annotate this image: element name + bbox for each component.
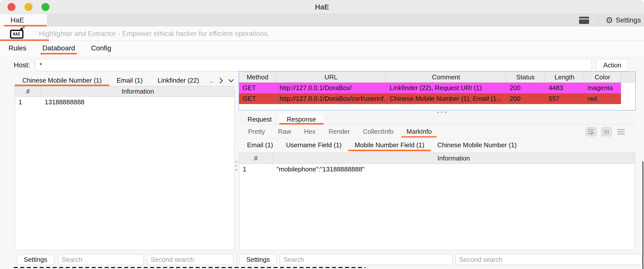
tab-label: Render — [328, 128, 350, 135]
databoard-right-panel: Method URL Comment Status Length Color G… — [238, 71, 636, 266]
table-header: # Information — [239, 153, 635, 164]
tab-response[interactable]: Response — [279, 114, 324, 125]
newline-icon-label: \n — [604, 128, 609, 135]
tab-label: Email (1) — [247, 141, 273, 149]
settings-button[interactable]: ⚙ Settings — [606, 14, 641, 26]
column-header-information[interactable]: Information — [41, 86, 234, 97]
toolbar-divider — [598, 16, 598, 24]
background-window-edge — [14, 267, 366, 268]
tab-label: Raw — [278, 128, 291, 135]
tab-chinese-mobile-number-2[interactable]: Chinese Mobile Number (1) — [431, 139, 523, 151]
background-window-edge — [642, 161, 643, 269]
table-row[interactable]: 1 13188888888 — [15, 97, 234, 107]
column-header-information[interactable]: Information — [272, 153, 635, 164]
tab-mobile-number-field[interactable]: Mobile Number Field (1) — [348, 139, 431, 151]
tab-label: Chinese Mobile Number (1) — [437, 141, 516, 149]
tagline: Highlighter and Extractor - Empower ethi… — [39, 26, 269, 41]
right-search-input[interactable] — [280, 254, 452, 265]
tab-raw[interactable]: Raw — [272, 125, 298, 138]
table-row[interactable]: GET http://127.0.0.1/DoraBox/csrf/userin… — [239, 93, 635, 104]
tab-label: Email (1) — [117, 77, 143, 84]
tab-label: Pretty — [248, 128, 265, 135]
gear-icon: ⚙ — [606, 16, 613, 24]
column-header-status[interactable]: Status — [506, 72, 545, 82]
tab-linkfinder[interactable]: Linkfinder (22) — [150, 75, 206, 86]
tab-chinese-mobile-number[interactable]: Chinese Mobile Number (1) — [15, 75, 109, 86]
action-button[interactable]: Action — [596, 59, 628, 71]
hae-logo-pencil — [20, 28, 23, 30]
tab-label: Username Field (1) — [286, 141, 342, 149]
tab-label: Request — [248, 116, 272, 123]
panel-divider — [236, 252, 236, 266]
chevron-down-icon[interactable] — [226, 75, 236, 86]
databoard-left-panel: Chinese Mobile Number (1) Email (1) Link… — [9, 75, 235, 266]
tab-render[interactable]: Render — [322, 125, 356, 138]
column-header-color[interactable]: Color — [584, 72, 621, 82]
viewer-toolbar-icons: \n — [585, 125, 626, 139]
highlighted-row-magenta: GET http://127.0.0.1/DoraBox/ Linkfinder… — [239, 83, 621, 93]
newline-icon[interactable]: \n — [601, 127, 612, 137]
right-second-search-input[interactable] — [456, 254, 642, 265]
tab-label: Mobile Number Field (1) — [355, 141, 424, 149]
table-row[interactable]: 1 "mobilephone":"13188888888" — [239, 164, 635, 174]
word-wrap-icon[interactable] — [585, 127, 597, 137]
column-header-index[interactable]: # — [239, 153, 272, 164]
window-title: HaE — [0, 0, 644, 14]
column-header-method[interactable]: Method — [239, 72, 276, 82]
scrollbar-track[interactable] — [629, 72, 629, 110]
tab-collectinfo[interactable]: CollectInfo — [356, 125, 400, 138]
cell-url: http://127.0.0.1/DoraBox/ — [276, 83, 386, 93]
viewer-menu-icon[interactable] — [616, 129, 626, 134]
markinfo-information-table: # Information 1 "mobilephone":"131888888… — [239, 153, 635, 250]
tab-pretty[interactable]: Pretty — [242, 125, 272, 138]
message-viewer-tabs: Request Response — [238, 114, 636, 125]
active-tab-underline — [40, 53, 77, 54]
markinfo-tabs: Email (1) Username Field (1) Mobile Numb… — [238, 139, 636, 151]
hae-logo: HAE — [10, 30, 24, 39]
left-settings-button[interactable]: Settings — [17, 254, 54, 265]
cell-comment: Linkfinder (22), Request URI (1) — [386, 83, 506, 93]
tab-rules[interactable]: Rules — [8, 41, 28, 55]
cell-information: 13188888888 — [41, 97, 234, 107]
column-header-url[interactable]: URL — [276, 72, 386, 82]
column-header-filler — [621, 72, 635, 82]
tab-request[interactable]: Request — [240, 114, 279, 125]
layout-icon[interactable] — [579, 17, 589, 24]
main-nav: Rules Databoard Config — [0, 41, 644, 55]
horizontal-splitter[interactable] — [238, 111, 636, 114]
tab-username-field[interactable]: Username Field (1) — [280, 139, 348, 151]
cell-status: 200 — [506, 93, 545, 104]
format-tabs: Pretty Raw Hex Render CollectInfo MarkIn… — [238, 125, 636, 139]
left-search-input[interactable] — [58, 254, 144, 265]
column-header-comment[interactable]: Comment — [386, 72, 506, 82]
left-information-table: # Information 1 13188888888 — [15, 86, 234, 250]
tab-databoard[interactable]: Databoard — [42, 41, 76, 55]
highlighted-row-red: GET http://127.0.0.1/DoraBox/csrf/userin… — [239, 93, 621, 104]
request-list-table: Method URL Comment Status Length Color G… — [238, 71, 636, 111]
tab-hae[interactable]: HaE — [0, 14, 48, 26]
tab-config[interactable]: Config — [90, 41, 112, 55]
tab-label: Linkfinder (22) — [158, 77, 199, 84]
left-second-search-input[interactable] — [147, 254, 233, 265]
layout-icon-slit — [579, 18, 589, 19]
tab-hex[interactable]: Hex — [298, 125, 322, 138]
column-header-index[interactable]: # — [15, 86, 41, 97]
tab-markinfo[interactable]: MarkInfo — [400, 125, 438, 138]
tab-label: Response — [287, 116, 316, 123]
tab-label: CollectInfo — [363, 128, 394, 135]
chevron-right-icon[interactable] — [216, 75, 226, 86]
tab-label: MarkInfo — [406, 128, 432, 135]
tab-email[interactable]: Email (1) — [109, 75, 150, 86]
table-row[interactable]: GET http://127.0.0.1/DoraBox/ Linkfinder… — [239, 83, 635, 93]
cell-method: GET — [239, 83, 276, 93]
right-settings-button[interactable]: Settings — [239, 254, 277, 265]
vertical-splitter-handle[interactable] — [235, 161, 238, 171]
tab-databoard-label: Databoard — [42, 44, 75, 52]
tab-email-1[interactable]: Email (1) — [240, 139, 280, 151]
splitter-handle-dots — [437, 112, 446, 113]
cell-color: magenta — [584, 83, 621, 93]
host-input[interactable] — [35, 59, 592, 71]
column-header-length[interactable]: Length — [545, 72, 584, 82]
tab-hae-label: HaE — [10, 16, 24, 24]
tab-overflow[interactable]: .. — [206, 75, 216, 86]
